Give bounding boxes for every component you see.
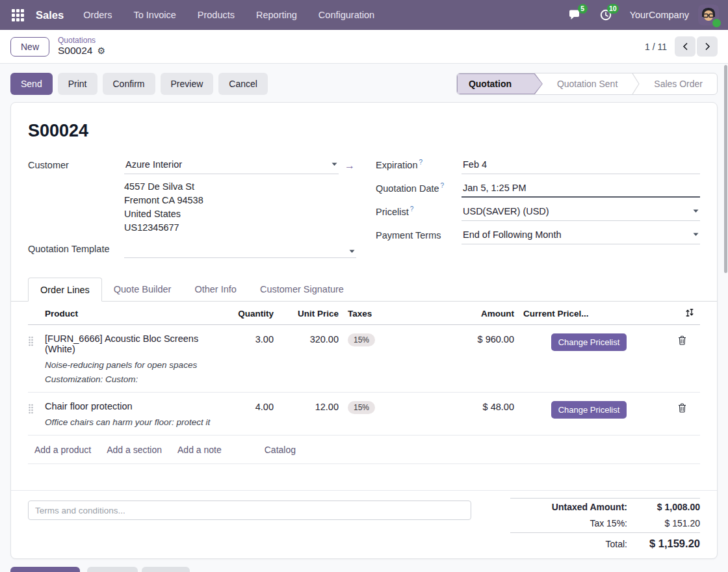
- payment-terms-field[interactable]: End of Following Month: [462, 227, 700, 244]
- expiration-field[interactable]: Feb 4: [462, 157, 700, 174]
- terms-input[interactable]: [28, 500, 471, 520]
- send-message-button[interactable]: [10, 567, 80, 572]
- delete-line-button[interactable]: [664, 401, 700, 415]
- col-taxes[interactable]: Taxes: [339, 302, 404, 324]
- quantity-cell[interactable]: 4.00: [222, 401, 274, 412]
- total-value: $ 1,159.20: [627, 538, 700, 550]
- pricelist-field[interactable]: USD(SAVER) (USD): [462, 203, 700, 221]
- tab-other-info[interactable]: Other Info: [183, 278, 248, 302]
- quotation-date-field[interactable]: Jan 5, 1:25 PM: [462, 180, 700, 198]
- tax-badge[interactable]: 15%: [348, 401, 375, 414]
- address-line: Fremont CA 94538: [124, 194, 356, 207]
- quotation-date-label: Quotation Date?: [376, 182, 462, 198]
- status-step-label: Quotation: [469, 79, 512, 89]
- chevron-down-icon[interactable]: [693, 233, 699, 237]
- new-button[interactable]: New: [10, 37, 49, 57]
- status-step-quotation[interactable]: Quotation: [457, 73, 543, 94]
- chevron-left-icon: [682, 42, 688, 51]
- drag-handle-icon[interactable]: [28, 401, 45, 417]
- address-line: 4557 De Silva St: [124, 180, 356, 194]
- col-quantity[interactable]: Quantity: [222, 302, 274, 324]
- order-line-row[interactable]: Chair floor protection Office chairs can…: [28, 393, 700, 436]
- vertical-scrollbar[interactable]: [724, 65, 727, 273]
- pager-next-button[interactable]: [697, 36, 718, 57]
- activities-schedule-button[interactable]: [142, 567, 190, 572]
- quotation-template-label: Quotation Template: [28, 244, 124, 258]
- quantity-cell[interactable]: 3.00: [222, 333, 274, 344]
- send-button[interactable]: Send: [10, 73, 53, 95]
- product-description[interactable]: Noise-reducing panels for open spaces: [45, 360, 222, 370]
- chatter-buttons: [10, 567, 718, 572]
- log-note-button[interactable]: [87, 567, 138, 572]
- tax-value: $ 151.20: [627, 518, 700, 528]
- menu-products[interactable]: Products: [198, 10, 235, 20]
- adjust-columns-icon: [684, 308, 695, 317]
- product-description[interactable]: Customization: Custom:: [45, 374, 222, 384]
- pricelist-label: Pricelist?: [376, 205, 462, 221]
- quotation-template-field[interactable]: [124, 247, 356, 258]
- status-step-quotation-sent[interactable]: Quotation Sent: [543, 73, 632, 94]
- change-pricelist-button[interactable]: Change Pricelist: [551, 333, 627, 351]
- address-line: US12345677: [124, 221, 356, 235]
- product-name[interactable]: [FURN_6666] Acoustic Bloc Screens (White…: [45, 333, 222, 354]
- pager-previous-button[interactable]: [675, 36, 696, 57]
- statusbar: Quotation Quotation Sent Sales Order: [456, 73, 718, 95]
- internal-link-icon[interactable]: →: [344, 160, 355, 174]
- change-pricelist-button[interactable]: Change Pricelist: [551, 401, 627, 419]
- record-title: S00024: [28, 121, 700, 141]
- notebook-tabs: Order Lines Quote Builder Other Info Cus…: [11, 277, 717, 302]
- unit-price-cell[interactable]: 320.00: [274, 333, 339, 344]
- catalog-link[interactable]: Catalog: [265, 445, 296, 455]
- delete-line-button[interactable]: [664, 333, 700, 348]
- menu-reporting[interactable]: Reporting: [256, 10, 297, 20]
- apps-menu-icon[interactable]: [12, 9, 24, 21]
- chevron-right-icon: [705, 42, 710, 51]
- add-product-link[interactable]: Add a product: [34, 445, 91, 455]
- menu-to-invoice[interactable]: To Invoice: [133, 10, 176, 20]
- chevron-down-icon[interactable]: [349, 250, 355, 254]
- main-menu: Orders To Invoice Products Reporting Con…: [83, 10, 374, 20]
- form-sheet: S00024 Customer Azure Interior → 4557 De…: [10, 102, 718, 559]
- menu-configuration[interactable]: Configuration: [318, 10, 374, 20]
- activities-badge: 10: [607, 4, 619, 14]
- action-row: Send Print Confirm Preview Cancel Quotat…: [10, 73, 718, 95]
- col-current-pricelist[interactable]: Current Pricel...: [514, 302, 664, 324]
- company-switcher[interactable]: YourCompany: [630, 10, 689, 20]
- add-section-link[interactable]: Add a section: [107, 445, 162, 455]
- optional-columns-button[interactable]: [664, 302, 700, 324]
- chevron-down-icon[interactable]: [693, 209, 699, 213]
- user-avatar[interactable]: [698, 5, 719, 25]
- unit-price-cell[interactable]: 12.00: [274, 401, 339, 412]
- add-note-link[interactable]: Add a note: [177, 445, 222, 455]
- product-name[interactable]: Chair floor protection: [45, 401, 222, 411]
- app-name[interactable]: Sales: [36, 9, 64, 21]
- total-label: Total:: [510, 539, 627, 549]
- cancel-button[interactable]: Cancel: [218, 73, 268, 95]
- print-button[interactable]: Print: [58, 73, 98, 95]
- messages-badge: 5: [578, 4, 588, 14]
- col-amount[interactable]: Amount: [404, 302, 514, 324]
- col-product[interactable]: Product: [45, 302, 222, 324]
- status-step-sales-order[interactable]: Sales Order: [640, 73, 717, 94]
- tab-order-lines[interactable]: Order Lines: [28, 278, 102, 302]
- tab-quote-builder[interactable]: Quote Builder: [102, 278, 183, 302]
- confirm-button[interactable]: Confirm: [103, 73, 155, 95]
- gear-icon[interactable]: ⚙: [97, 46, 105, 56]
- chevron-down-icon[interactable]: [332, 162, 337, 166]
- tab-customer-signature[interactable]: Customer Signature: [248, 278, 356, 302]
- product-description[interactable]: Office chairs can harm your floor: prote…: [45, 417, 222, 427]
- customer-field[interactable]: Azure Interior: [124, 157, 339, 174]
- preview-button[interactable]: Preview: [161, 73, 214, 95]
- breadcrumb-quotations[interactable]: Quotations: [58, 36, 105, 45]
- messages-button[interactable]: 5: [564, 5, 586, 25]
- col-unit-price[interactable]: Unit Price: [274, 302, 339, 324]
- menu-orders[interactable]: Orders: [83, 10, 112, 20]
- customer-address: 4557 De Silva St Fremont CA 94538 United…: [124, 180, 356, 235]
- activities-button[interactable]: 10: [595, 5, 617, 25]
- customer-label: Customer: [28, 160, 124, 174]
- tax-badge[interactable]: 15%: [348, 333, 375, 346]
- order-line-row[interactable]: [FURN_6666] Acoustic Bloc Screens (White…: [28, 325, 700, 393]
- drag-handle-icon[interactable]: [28, 333, 45, 349]
- untaxed-amount-label: Untaxed Amount:: [510, 502, 627, 512]
- pager-count: 1 / 11: [645, 42, 667, 52]
